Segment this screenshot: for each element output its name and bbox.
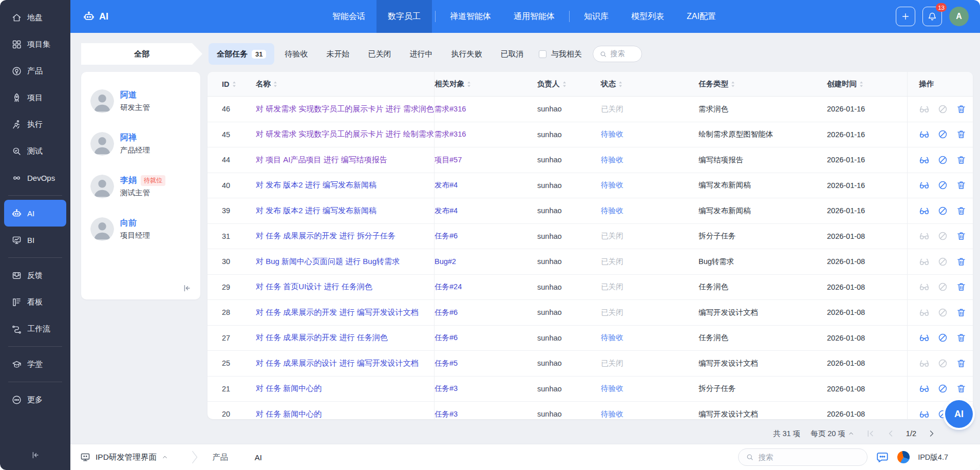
cancel-task-icon[interactable] (937, 180, 948, 191)
related-object-link[interactable]: 任务#3 (435, 409, 458, 419)
app-brand[interactable]: AI (70, 10, 121, 23)
zentao-logo[interactable] (897, 451, 910, 463)
task-name-link[interactable]: 对 发布 版本2 进行 编写发布新闻稿 (256, 180, 376, 190)
filter-tab-未开始[interactable]: 未开始 (318, 43, 357, 65)
breadcrumb-current[interactable]: AI (255, 453, 262, 462)
person-name[interactable]: 阿道 (120, 90, 137, 101)
notifications-button[interactable]: 13 (922, 7, 942, 26)
person-name[interactable]: 李娟 (120, 175, 137, 186)
task-name-link[interactable]: 对 项目 AI产品项目 进行 编写结项报告 (256, 155, 387, 165)
task-name-link[interactable]: 对 研发需求 实现数字员工的展示卡片 进行 绘制需求原型图 (256, 129, 435, 139)
ai-assistant-fab[interactable]: AI (945, 400, 973, 428)
cancel-task-icon[interactable] (937, 129, 948, 140)
person-card-向前[interactable]: 向前 项目经理 (90, 217, 200, 241)
sidebar-collapse-button[interactable] (0, 440, 70, 470)
view-result-icon[interactable] (919, 383, 930, 394)
filter-tab-全部任务[interactable]: 全部任务31 (209, 43, 274, 65)
related-object-link[interactable]: 任务#6 (435, 333, 458, 343)
checkbox-icon[interactable] (539, 50, 546, 58)
task-name-link[interactable]: 对 Bug 新闻中心页面问题 进行 Bug转需求 (256, 257, 400, 267)
cancel-task-icon[interactable] (937, 155, 948, 165)
delete-task-icon[interactable] (956, 281, 967, 292)
nav-item-禅道智能体[interactable]: 禅道智能体 (439, 0, 502, 33)
related-to-me-checkbox[interactable]: 与我相关 (539, 49, 581, 59)
view-result-icon[interactable] (919, 231, 930, 241)
task-name-link[interactable]: 对 任务 新闻中心的 (256, 409, 322, 419)
task-name-link[interactable]: 对 任务 首页UI设计 进行 任务润色 (256, 282, 372, 292)
column-header-相关对象[interactable]: 相关对象 (435, 72, 537, 96)
cancel-task-icon[interactable] (937, 383, 948, 394)
delete-task-icon[interactable] (956, 358, 967, 369)
column-header-创建时间[interactable]: 创建时间 (827, 72, 907, 96)
delete-task-icon[interactable] (956, 256, 967, 267)
prev-page-button[interactable] (885, 428, 896, 439)
first-page-button[interactable] (865, 428, 875, 439)
person-card-李娟[interactable]: 李娟 待就位 测试主管 (90, 175, 200, 198)
column-header-ID[interactable]: ID (222, 72, 256, 96)
delete-task-icon[interactable] (956, 129, 967, 140)
related-object-link[interactable]: 发布#4 (435, 180, 458, 190)
task-search-input[interactable]: 搜索 (593, 46, 642, 62)
task-name-link[interactable]: 对 任务 成果展示的开发 进行 拆分子任务 (256, 231, 395, 241)
related-object-link[interactable]: 任务#6 (435, 308, 458, 317)
sidebar-item-产品[interactable]: 产品 (4, 58, 66, 84)
sort-icon[interactable] (232, 81, 237, 88)
column-header-负责人[interactable]: 负责人 (537, 72, 601, 96)
sidebar-item-测试[interactable]: 测试 (4, 138, 66, 164)
sort-icon[interactable] (730, 81, 736, 88)
feedback-chat-icon[interactable] (876, 450, 889, 464)
panel-collapse-button[interactable] (182, 283, 192, 293)
filter-tab-待验收[interactable]: 待验收 (276, 43, 316, 65)
delete-task-icon[interactable] (956, 231, 967, 241)
task-name-link[interactable]: 对 任务 成果展示的设计 进行 编写开发设计文档 (256, 359, 419, 368)
nav-item-知识库[interactable]: 知识库 (573, 0, 620, 33)
delete-task-icon[interactable] (956, 307, 967, 318)
related-object-link[interactable]: 任务#6 (435, 231, 458, 241)
column-header-状态[interactable]: 状态 (601, 72, 699, 96)
sidebar-item-AI[interactable]: AI (4, 200, 66, 227)
sort-icon[interactable] (562, 81, 567, 88)
sort-icon[interactable] (618, 81, 623, 88)
person-card-阿道[interactable]: 阿道 研发主管 (90, 89, 200, 113)
workspace-switcher[interactable]: IPD研发管理界面 (80, 452, 168, 463)
task-name-link[interactable]: 对 研发需求 实现数字员工的展示卡片 进行 需求润色 (256, 104, 434, 114)
task-name-link[interactable]: 对 任务 新闻中心的 (256, 384, 322, 393)
people-filter-tab-all[interactable]: 全部 (81, 43, 202, 65)
view-result-icon[interactable] (919, 281, 930, 292)
delete-task-icon[interactable] (956, 205, 967, 216)
view-result-icon[interactable] (919, 358, 930, 369)
filter-tab-进行中[interactable]: 进行中 (401, 43, 441, 65)
task-name-link[interactable]: 对 任务 成果展示的开发 进行 任务润色 (256, 333, 388, 343)
cancel-task-icon[interactable] (937, 358, 948, 369)
sidebar-item-看板[interactable]: 看板 (4, 289, 66, 315)
filter-tab-执行失败[interactable]: 执行失败 (443, 43, 490, 65)
cancel-task-icon[interactable] (937, 307, 948, 318)
user-avatar[interactable]: A (949, 7, 969, 26)
sidebar-item-BI[interactable]: BI (4, 227, 66, 253)
related-object-link[interactable]: 任务#5 (435, 359, 458, 368)
delete-task-icon[interactable] (956, 180, 967, 191)
related-object-link[interactable]: 需求#316 (435, 129, 466, 139)
sidebar-item-地盘[interactable]: 地盘 (4, 4, 66, 31)
related-object-link[interactable]: 任务#24 (435, 282, 462, 292)
cancel-task-icon[interactable] (937, 332, 948, 343)
task-name-link[interactable]: 对 任务 成果展示的开发 进行 编写开发设计文档 (256, 308, 419, 317)
nav-item-ZAI配置[interactable]: ZAI配置 (675, 0, 727, 33)
view-result-icon[interactable] (919, 180, 930, 191)
view-result-icon[interactable] (919, 155, 930, 165)
next-page-button[interactable] (927, 428, 937, 439)
column-header-名称[interactable]: 名称 (256, 72, 435, 96)
sidebar-item-工作流[interactable]: 工作流 (4, 315, 66, 342)
nav-item-模型列表[interactable]: 模型列表 (620, 0, 675, 33)
view-result-icon[interactable] (919, 307, 930, 318)
breadcrumb-product[interactable]: 产品 (213, 453, 228, 462)
cancel-task-icon[interactable] (937, 256, 948, 267)
nav-item-智能会话[interactable]: 智能会话 (321, 0, 376, 33)
sidebar-item-学堂[interactable]: 学堂 (4, 351, 66, 378)
cancel-task-icon[interactable] (937, 205, 948, 216)
view-result-icon[interactable] (919, 104, 930, 115)
view-result-icon[interactable] (919, 205, 930, 216)
person-name[interactable]: 阿禅 (120, 133, 137, 143)
cancel-task-icon[interactable] (937, 104, 948, 115)
sort-icon[interactable] (273, 81, 278, 88)
